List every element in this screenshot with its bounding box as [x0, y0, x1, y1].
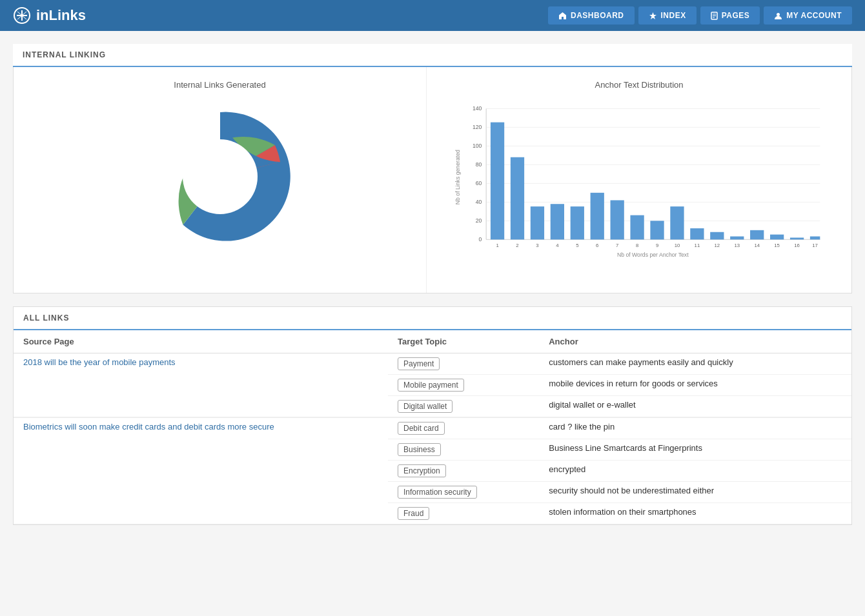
pages-button[interactable]: PAGES [700, 6, 760, 25]
col-source: Source Page [14, 330, 388, 353]
main-navigation: DASHBOARD INDEX PAGES MY ACCOUNT [548, 6, 852, 25]
svg-text:100: 100 [473, 143, 482, 149]
bar-chart: 0 20 40 60 80 100 120 140 Nb of Links ge… [452, 99, 826, 280]
topic-badge: Information security [398, 486, 477, 499]
source-cell: 2018 will be the year of mobile payments [14, 353, 388, 418]
anchor-cell: Business Line Smartcards at Fingerprints [539, 439, 851, 461]
dashboard-label: DASHBOARD [571, 11, 624, 20]
anchor-text: encrypted [549, 464, 585, 474]
bar-2 [511, 157, 524, 240]
account-button[interactable]: MY ACCOUNT [764, 6, 852, 25]
all-links-section: ALL LINKS Source Page Target Topic Ancho… [13, 306, 852, 525]
home-icon [558, 12, 567, 20]
app-header: inLinks DASHBOARD INDEX PAGES MY ACCOUNT [0, 0, 865, 31]
topic-badge: Business [398, 443, 441, 456]
svg-text:12: 12 [715, 243, 720, 248]
bar-15 [770, 235, 784, 240]
svg-text:16: 16 [794, 243, 800, 248]
svg-text:Nb of Links generated: Nb of Links generated [454, 150, 461, 204]
source-link[interactable]: Biometrics will soon make credit cards a… [23, 422, 274, 432]
svg-text:40: 40 [476, 199, 482, 205]
topic-badge: Fraud [398, 507, 429, 520]
bar-5 [571, 206, 584, 239]
svg-text:10: 10 [675, 243, 680, 248]
bar-13 [730, 237, 744, 240]
donut-chart-title: Internal Links Generated [174, 80, 265, 90]
svg-text:120: 120 [473, 124, 482, 130]
anchor-text: customers can make payments easily and q… [549, 357, 733, 367]
topic-cell: Debit card [388, 417, 539, 439]
bar-10 [670, 206, 684, 239]
source-cell: Biometrics will soon make credit cards a… [14, 417, 388, 524]
topic-badge: Payment [398, 357, 440, 370]
links-table: Source Page Target Topic Anchor 2018 wil… [14, 330, 851, 524]
topic-badge: Mobile payment [398, 379, 464, 392]
bar-6 [591, 193, 604, 240]
svg-text:13: 13 [734, 243, 740, 248]
svg-text:1: 1 [496, 243, 498, 248]
dashboard-button[interactable]: DASHBOARD [548, 6, 635, 25]
anchor-text: digital wallet or e-wallet [549, 400, 635, 410]
donut-hole [183, 139, 258, 214]
source-link[interactable]: 2018 will be the year of mobile payments [23, 357, 176, 367]
topic-cell: Encryption [388, 461, 539, 482]
svg-text:4: 4 [556, 243, 559, 248]
svg-text:3: 3 [536, 243, 538, 248]
bar-14 [750, 230, 764, 240]
topic-cell: Information security [388, 482, 539, 503]
svg-text:2: 2 [516, 243, 518, 248]
svg-text:14: 14 [754, 243, 760, 248]
col-anchor: Anchor [539, 330, 851, 353]
bar-7 [611, 200, 624, 239]
user-icon [774, 12, 782, 20]
bar-12 [710, 232, 724, 240]
anchor-cell: security should not be underestimated ei… [539, 482, 851, 503]
donut-chart [143, 99, 298, 254]
anchor-text: card ? like the pin [549, 422, 615, 432]
topic-badge: Debit card [398, 422, 445, 435]
index-label: INDEX [661, 11, 686, 20]
topic-cell: Business [388, 439, 539, 461]
pages-label: PAGES [722, 11, 750, 20]
svg-point-10 [777, 13, 780, 16]
anchor-cell: digital wallet or e-wallet [539, 396, 851, 418]
bar-chart-container: Anchor Text Distribution 0 20 40 60 80 [427, 67, 851, 293]
topic-badge: Encryption [398, 464, 446, 477]
bar-8 [630, 215, 644, 240]
internal-linking-header: INTERNAL LINKING [13, 44, 852, 67]
star-icon [649, 12, 657, 20]
logo-icon [13, 6, 31, 25]
bar-3 [531, 206, 544, 239]
topic-cell: Digital wallet [388, 396, 539, 418]
logo-text: inLinks [36, 7, 86, 24]
topic-cell: Payment [388, 353, 539, 375]
topic-cell: Fraud [388, 503, 539, 524]
bar-4 [551, 204, 564, 239]
bar-11 [690, 228, 704, 239]
anchor-text: mobile devices in return for goods or se… [549, 379, 718, 388]
svg-text:17: 17 [812, 243, 818, 248]
svg-text:8: 8 [636, 243, 638, 248]
svg-text:11: 11 [695, 243, 700, 248]
bar-9 [650, 221, 664, 239]
charts-section: Internal Links Generated Anchor Text Dis… [13, 67, 852, 293]
table-row: 2018 will be the year of mobile payments… [14, 353, 851, 375]
anchor-cell: card ? like the pin [539, 417, 851, 439]
file-icon [711, 12, 718, 20]
svg-text:60: 60 [476, 180, 482, 186]
app-logo: inLinks [13, 6, 86, 25]
svg-marker-5 [649, 12, 656, 19]
my-account-label: MY ACCOUNT [786, 11, 842, 20]
svg-text:9: 9 [656, 243, 658, 248]
svg-text:140: 140 [473, 105, 482, 112]
all-links-title: ALL LINKS [23, 313, 69, 323]
anchor-cell: encrypted [539, 461, 851, 482]
anchor-cell: customers can make payments easily and q… [539, 353, 851, 375]
svg-text:15: 15 [774, 243, 780, 248]
topic-badge: Digital wallet [398, 400, 453, 413]
svg-text:5: 5 [576, 243, 578, 248]
donut-chart-container: Internal Links Generated [14, 67, 427, 293]
svg-text:80: 80 [476, 161, 482, 168]
index-button[interactable]: INDEX [638, 6, 697, 25]
anchor-cell: mobile devices in return for goods or se… [539, 375, 851, 396]
